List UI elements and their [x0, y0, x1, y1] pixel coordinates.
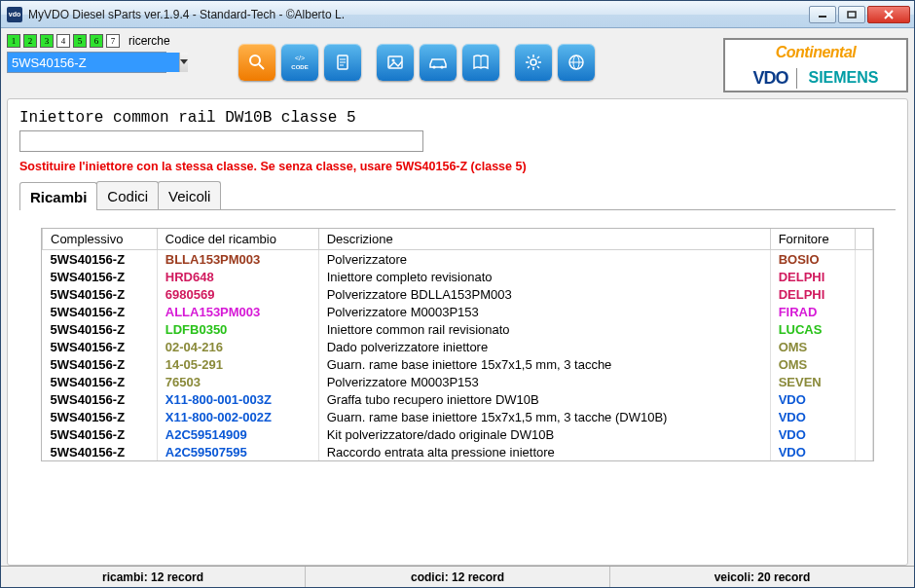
cell-descrizione: Guarn. rame base iniettore 15x7x1,5 mm, …	[318, 408, 770, 425]
cell-codice: 02-04-216	[157, 338, 318, 355]
cell-codice: X11-800-002-002Z	[157, 408, 318, 425]
history-label: ricerche	[128, 34, 170, 48]
col-header[interactable]: Complessivo	[43, 229, 158, 250]
item-input[interactable]	[19, 130, 423, 152]
toolbar-image-button[interactable]	[377, 44, 414, 81]
history-slot-7[interactable]: 7	[106, 34, 120, 48]
table-row[interactable]: 5WS40156-ZA2C59514909Kit polverizzatore/…	[43, 425, 873, 443]
cell-complessivo: 5WS40156-Z	[43, 390, 158, 408]
cell-codice: A2C59514909	[157, 425, 318, 443]
table-body: 5WS40156-ZBLLA153PM003PolverizzatoreBOSI…	[43, 250, 873, 461]
history-slot-5[interactable]: 5	[73, 34, 87, 48]
cell-complessivo: 5WS40156-Z	[43, 320, 158, 338]
svg-point-18	[531, 59, 536, 65]
window-title: MyVDO Diesel sParts ver.1.9.4 - Standard…	[28, 8, 809, 21]
col-header[interactable]: Fornitore	[770, 229, 855, 250]
toolbar-document-button[interactable]	[324, 44, 361, 81]
toolbar-manual-button[interactable]	[462, 44, 499, 81]
tab-codici[interactable]: Codici	[96, 181, 159, 209]
history-slot-3[interactable]: 3	[40, 34, 54, 48]
table-row[interactable]: 5WS40156-ZA2C59507595Raccordo entrata al…	[43, 443, 873, 460]
cell-fornitore: VDO	[770, 408, 855, 425]
cell-codice: LDFB0350	[157, 320, 318, 338]
toolbar-search-button[interactable]	[238, 44, 275, 81]
col-header[interactable]: Codice del ricambio	[157, 229, 318, 250]
cell-descrizione: Kit polverizzatore/dado originale DW10B	[318, 425, 770, 443]
cell-codice: HRD648	[157, 268, 318, 285]
table-row[interactable]: 5WS40156-Z14-05-291Guarn. rame base inie…	[43, 355, 873, 373]
cell-descrizione: Raccordo entrata alta pressione iniettor…	[318, 443, 770, 460]
toolbar-vehicle-button[interactable]	[420, 44, 457, 81]
siemens-logo: SIEMENS	[801, 69, 887, 87]
svg-rect-1	[848, 12, 856, 18]
cell-codice: X11-800-001-003Z	[157, 390, 318, 408]
status-ricambi: ricambi: 12 record	[1, 567, 305, 587]
cell-fornitore: BOSIO	[770, 250, 855, 269]
table-row[interactable]: 5WS40156-Z02-04-216Dado polverizzatore i…	[43, 338, 873, 355]
table-row[interactable]: 5WS40156-ZALLA153PM003Polverizzatore M00…	[43, 303, 873, 320]
cell-fornitore: FIRAD	[770, 303, 855, 320]
cell-complessivo: 5WS40156-Z	[43, 355, 158, 373]
top-bar: 1234567ricerche </>CODE	[7, 34, 908, 92]
app-icon: vdo	[7, 7, 22, 22]
tab-veicoli[interactable]: Veicoli	[158, 181, 221, 209]
history-slot-2[interactable]: 2	[23, 34, 37, 48]
cell-descrizione: Polverizzatore M0003P153	[318, 303, 770, 320]
toolbar-settings-button[interactable]	[515, 44, 552, 81]
cell-fornitore: VDO	[770, 443, 855, 460]
brand-logos: Continental VDO SIEMENS	[723, 38, 908, 92]
cell-codice: BLLA153PM003	[157, 250, 318, 269]
cell-complessivo: 5WS40156-Z	[43, 373, 158, 390]
close-button[interactable]	[867, 6, 910, 23]
cell-complessivo: 5WS40156-Z	[43, 338, 158, 355]
svg-marker-4	[180, 59, 188, 64]
search-history: 1234567ricerche	[7, 34, 170, 48]
toolbar-code-button[interactable]: </>CODE	[281, 44, 318, 81]
svg-point-5	[250, 55, 260, 65]
cell-descrizione: Guarn. rame base iniettore 15x7x1,5 mm, …	[318, 355, 770, 373]
warning-text: Sostituire l'iniettore con la stessa cla…	[19, 160, 897, 173]
table-row[interactable]: 5WS40156-ZX11-800-002-002ZGuarn. rame ba…	[43, 408, 873, 425]
table-header-row: ComplessivoCodice del ricambioDescrizion…	[43, 229, 873, 250]
history-slot-4[interactable]: 4	[56, 34, 70, 48]
cell-descrizione: Polverizzatore BDLLA153PM003	[318, 285, 770, 303]
toolbar-web-button[interactable]	[558, 44, 595, 81]
table-row[interactable]: 5WS40156-ZLDFB0350Iniettore common rail …	[43, 320, 873, 338]
status-codici: codici: 12 record	[305, 567, 609, 587]
table-row[interactable]: 5WS40156-Z6980569Polverizzatore BDLLA153…	[43, 285, 873, 303]
cell-complessivo: 5WS40156-Z	[43, 250, 158, 269]
toolbar: </>CODE	[238, 44, 595, 81]
cell-fornitore: DELPHI	[770, 268, 855, 285]
svg-text:CODE: CODE	[291, 64, 308, 70]
table-row[interactable]: 5WS40156-ZHRD648Iniettore completo revis…	[43, 268, 873, 285]
svg-line-6	[259, 64, 264, 69]
search-combo[interactable]	[7, 52, 166, 73]
svg-line-26	[537, 56, 539, 58]
table-row[interactable]: 5WS40156-Z76503Polverizzatore M0003P153S…	[43, 373, 873, 390]
cell-complessivo: 5WS40156-Z	[43, 408, 158, 425]
svg-line-24	[537, 66, 539, 68]
dropdown-arrow-icon[interactable]	[179, 53, 188, 72]
history-slot-6[interactable]: 6	[90, 34, 103, 48]
table-row[interactable]: 5WS40156-ZX11-800-001-003ZGraffa tubo re…	[43, 390, 873, 408]
cell-fornitore: SEVEN	[770, 373, 855, 390]
search-input[interactable]	[8, 53, 179, 72]
maximize-button[interactable]	[838, 6, 865, 23]
cell-fornitore: OMS	[770, 355, 855, 373]
tab-ricambi[interactable]: Ricambi	[19, 182, 97, 210]
col-header[interactable]: Descrizione	[318, 229, 770, 250]
minimize-button[interactable]	[809, 6, 836, 23]
main-panel: Iniettore common rail DW10B classe 5 Sos…	[7, 98, 908, 566]
cell-codice: ALLA153PM003	[157, 303, 318, 320]
cell-descrizione: Graffa tubo recupero iniettore DW10B	[318, 390, 770, 408]
cell-complessivo: 5WS40156-Z	[43, 268, 158, 285]
app-window: vdo MyVDO Diesel sParts ver.1.9.4 - Stan…	[0, 0, 915, 588]
cell-descrizione: Dado polverizzatore iniettore	[318, 338, 770, 355]
cell-fornitore: OMS	[770, 338, 855, 355]
table-row[interactable]: 5WS40156-ZBLLA153PM003PolverizzatoreBOSI…	[43, 250, 873, 269]
cell-fornitore: LUCAS	[770, 320, 855, 338]
continental-logo: Continental	[776, 44, 857, 61]
cell-complessivo: 5WS40156-Z	[43, 425, 158, 443]
history-slot-1[interactable]: 1	[7, 34, 20, 48]
svg-line-25	[528, 66, 530, 68]
